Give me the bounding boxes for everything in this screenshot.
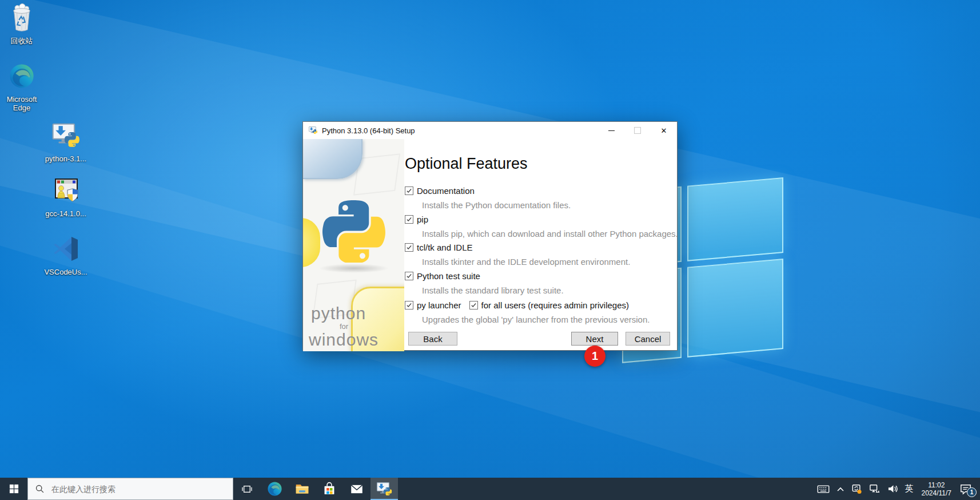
feature-tcltk-idle: tcl/tk and IDLE Installs tkinter and the… [405,243,630,267]
system-tray: 英 11:02 2024/11/7 1 [814,478,980,500]
python-logo [322,200,385,263]
sidebar-blue-shape [303,139,362,179]
speaker-icon [887,484,898,494]
mail-icon [349,482,364,497]
taskbar-app-file-explorer[interactable] [288,478,316,500]
maximize-button [624,122,651,139]
notification-count-badge: 1 [967,487,977,497]
checkbox-test-suite[interactable] [405,272,413,280]
desktop-icon-label: Microsoft Edge [0,95,43,112]
installer-sidebar-art: python for windows [303,139,404,351]
feature-description: Installs pip, which can download and ins… [422,229,678,239]
python-setup-window: Python 3.13.0 (64-bit) Setup ✕ python fo… [302,121,678,351]
checkbox-py-launcher[interactable] [405,301,413,309]
desktop-icon-label: VSCodeUs... [44,268,87,276]
feature-py-launcher: py launcher for all users (requires admi… [405,300,650,324]
recycle-bin-icon [0,3,43,32]
feature-test-suite: Python test suite Installs the standard … [405,271,564,295]
close-button[interactable]: ✕ [651,122,677,139]
brand-for: for [340,322,404,331]
windows-logo-icon [9,483,19,494]
feature-description: Installs tkinter and the IDLE developmen… [422,257,630,267]
gcc-installer-icon [44,176,87,205]
sidebar-yellow-shape [303,218,320,267]
back-button[interactable]: Back [408,332,457,346]
window-title-icon [308,126,318,135]
desktop-icon-microsoft-edge[interactable]: Microsoft Edge [0,62,43,112]
python-installer-icon [44,121,87,150]
taskbar-search[interactable] [27,478,233,500]
clock-date: 2024/11/7 [922,489,952,497]
taskbar-app-python-setup[interactable] [371,478,398,500]
edge-icon [0,62,43,90]
clock-time: 11:02 [922,481,952,489]
network-button[interactable] [866,478,884,500]
touch-keyboard-button[interactable] [814,478,833,500]
window-titlebar[interactable]: Python 3.13.0 (64-bit) Setup ✕ [303,122,677,139]
brand-python: python [311,304,404,323]
python-for-windows-brand: python for windows [303,304,404,350]
edge-icon [267,481,282,497]
desktop-icon-recycle-bin[interactable]: 回收站 [0,3,43,45]
taskbar-app-mail[interactable] [343,478,371,500]
touch-keyboard-icon [817,484,830,494]
ime-language-indicator[interactable]: 英 [902,478,917,500]
start-button[interactable] [0,478,27,500]
annotation-step-1-badge: 1 [584,346,605,367]
feature-label: tcl/tk and IDLE [417,243,473,252]
network-ethernet-icon [869,484,881,494]
taskbar-app-edge[interactable] [261,478,288,500]
desktop-icon-label: python-3.1... [44,154,87,163]
minimize-button[interactable] [598,122,624,139]
task-view-icon [241,483,253,495]
checkbox-pip[interactable] [405,215,413,224]
windows-logo-pane [687,177,783,261]
next-button[interactable]: Next [571,332,618,346]
taskbar-empty-area [398,478,814,500]
page-title: Optional Features [405,155,528,173]
feature-label: pip [417,215,428,224]
taskbar-app-store[interactable] [316,478,343,500]
checkbox-for-all-users[interactable] [469,301,478,309]
desktop-icon-vscode-installer[interactable]: VSCodeUs... [44,235,87,276]
dialog-body: python for windows Optional Features Doc… [303,139,677,350]
feature-label: py launcher [417,300,461,310]
vscode-icon [44,235,87,263]
update-status-button[interactable] [848,478,866,500]
microsoft-store-icon [322,482,337,497]
task-view-button[interactable] [233,478,261,500]
volume-button[interactable] [884,478,902,500]
checkbox-tcltk-idle[interactable] [405,243,413,252]
update-status-icon [851,484,862,494]
feature-pip: pip Installs pip, which can download and… [405,215,678,239]
feature-label: Python test suite [417,271,480,281]
search-icon [35,484,45,494]
desktop-icon-gcc-installer[interactable]: gcc-14.1.0... [44,176,87,218]
python-installer-icon [376,481,392,497]
search-input[interactable] [50,484,218,494]
file-explorer-icon [294,481,310,497]
desktop-icon-label: 回收站 [0,37,43,45]
python-logo-shadow [319,264,389,273]
feature-description: Installs the standard library test suite… [422,285,564,295]
cancel-button[interactable]: Cancel [626,332,670,346]
taskbar: 英 11:02 2024/11/7 1 [0,478,980,500]
feature-label: Documentation [417,186,475,196]
clock[interactable]: 11:02 2024/11/7 [917,478,957,500]
show-hidden-icons-button[interactable] [833,478,848,500]
desktop-icon-label: gcc-14.1.0... [44,209,87,218]
chevron-up-icon [836,486,844,492]
action-center-button[interactable]: 1 [956,478,978,500]
feature-label: for all users (requires admin privileges… [481,300,629,310]
feature-documentation: Documentation Installs the Python docume… [405,186,571,210]
checkbox-documentation[interactable] [405,186,413,195]
brand-windows: windows [309,330,404,350]
feature-description: Upgrades the global 'py' launcher from t… [422,315,650,324]
windows-logo-pane [687,259,783,358]
desktop-icon-python-installer[interactable]: python-3.1... [44,121,87,163]
feature-description: Installs the Python documentation files. [422,200,571,210]
window-title: Python 3.13.0 (64-bit) Setup [322,126,598,135]
